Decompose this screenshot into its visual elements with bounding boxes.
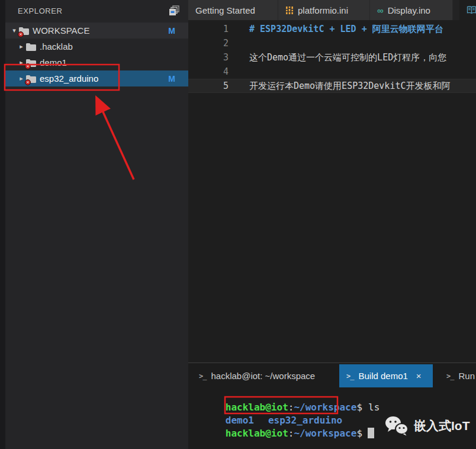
code-editor[interactable]: 1 # ESP32DevkitC + LED + 阿里云物联网平台 2 3 这个… xyxy=(188,20,476,363)
tree-item-label: demo1 xyxy=(40,57,67,68)
chevron-right-icon[interactable]: ▸ xyxy=(17,43,26,50)
error-badge-icon: ✕ xyxy=(25,63,31,69)
folder-icon: ✕ xyxy=(26,59,37,67)
tab-label: Getting Started xyxy=(195,5,255,15)
ide-window: EXPLORER ▾ ✕ WORKSPACE M xyxy=(0,0,476,449)
activity-bar-strip xyxy=(0,0,5,449)
code-line: 2 xyxy=(188,36,476,50)
terminal-tab-workspace[interactable]: >_ hacklab@iot: ~/workspace xyxy=(192,364,322,387)
arduino-icon: ∞ xyxy=(377,5,384,15)
tab-label: Display.ino xyxy=(388,5,430,15)
terminal-panel[interactable]: >_ hacklab@iot: ~/workspace >_ Build dem… xyxy=(188,363,476,449)
git-modified-badge: M xyxy=(168,74,180,84)
open-editors-icon[interactable] xyxy=(168,5,180,17)
tab-label: platformio.ini xyxy=(298,5,348,15)
error-badge-icon: ✕ xyxy=(18,31,24,37)
watermark-label: 嵌入式IoT xyxy=(414,418,470,434)
code-line: 4 xyxy=(188,65,476,79)
prompt-user: hacklab@iot xyxy=(226,428,288,439)
code-line: 1 # ESP32DevkitC + LED + 阿里云物联网平台 xyxy=(188,22,476,36)
code-line-text[interactable]: 这个Demo通过一个云端可控制的LED灯程序，向您 xyxy=(229,50,446,65)
code-line-text[interactable] xyxy=(229,65,249,79)
tree-item-label: esp32_arduino xyxy=(40,73,98,84)
line-number: 4 xyxy=(188,65,229,79)
terminal-tab-label: hacklab@iot: ~/workspace xyxy=(211,371,315,381)
error-badge-icon: ✕ xyxy=(25,79,31,85)
git-modified-badge: M xyxy=(168,26,180,36)
prompt-colon: : xyxy=(288,428,294,439)
tab-display-ino[interactable]: ∞ Display.ino xyxy=(370,0,453,20)
tree-item-demo1[interactable]: ▸ ✕ demo1 xyxy=(5,54,188,70)
line-number: 3 xyxy=(188,50,229,65)
tree-item-label: .hacklab xyxy=(40,41,73,52)
file-tree: ▾ ✕ WORKSPACE M ▸ .hacklab ▸ ✕ xyxy=(5,23,188,86)
tab-getting-started[interactable]: Getting Started xyxy=(188,0,278,20)
code-line-current: 5 开发运行本Demo请使用ESP32DevkitC开发板和阿 xyxy=(188,79,476,93)
code-line: 3 这个Demo通过一个云端可控制的LED灯程序，向您 xyxy=(188,50,476,65)
tab-gap xyxy=(453,0,459,20)
tree-item-workspace[interactable]: ▾ ✕ WORKSPACE M xyxy=(5,23,188,39)
terminal-cursor xyxy=(368,428,374,438)
terminal-tab-run-partial[interactable]: >_ Run d xyxy=(439,364,476,387)
terminal-icon: >_ xyxy=(199,372,206,380)
line-number: 5 xyxy=(188,79,229,93)
code-line-text[interactable]: 开发运行本Demo请使用ESP32DevkitC开发板和阿 xyxy=(229,79,451,93)
close-icon[interactable]: × xyxy=(416,371,422,381)
tree-item-hacklab[interactable]: ▸ .hacklab xyxy=(5,39,188,54)
line-number: 2 xyxy=(188,36,229,50)
platformio-icon xyxy=(285,6,294,15)
explorer-title: EXPLORER xyxy=(18,7,63,15)
folder-icon: ✕ xyxy=(26,75,37,83)
tab-readme-preview-partial[interactable]: R xyxy=(459,0,476,20)
tab-platformio-ini[interactable]: platformio.ini xyxy=(278,0,370,20)
terminal-tab-label: Run d xyxy=(458,371,476,381)
prompt-dollar: $ xyxy=(356,402,362,413)
tree-item-label: WORKSPACE xyxy=(33,25,89,36)
folder-icon xyxy=(26,43,37,51)
code-line-text[interactable] xyxy=(229,36,249,50)
prompt-dollar: $ xyxy=(356,428,362,439)
tree-item-esp32-arduino[interactable]: ▸ ✕ esp32_arduino M xyxy=(5,70,188,86)
terminal-line-prompt-cursor[interactable]: hacklab@iot:~/workspace$ xyxy=(191,416,374,449)
folder-icon: ✕ xyxy=(19,27,30,35)
editor-tab-bar: Getting Started platformio.ini ∞ Display… xyxy=(188,0,476,20)
book-icon xyxy=(467,6,476,14)
explorer-header: EXPLORER xyxy=(5,0,188,21)
code-line-text[interactable]: # ESP32DevkitC + LED + 阿里云物联网平台 xyxy=(229,22,443,36)
wechat-icon xyxy=(385,416,409,436)
prompt-path: ~/workspace xyxy=(294,428,356,439)
explorer-sidebar: EXPLORER ▾ ✕ WORKSPACE M xyxy=(0,0,188,449)
terminal-tab-build-demo1[interactable]: >_ Build demo1 × xyxy=(339,364,433,387)
wechat-watermark: 嵌入式IoT xyxy=(385,416,470,436)
terminal-tab-label: Build demo1 xyxy=(358,371,407,381)
command-ls: ls xyxy=(368,402,379,413)
line-number: 1 xyxy=(188,22,229,36)
terminal-icon: >_ xyxy=(446,372,454,380)
terminal-icon: >_ xyxy=(346,372,353,380)
